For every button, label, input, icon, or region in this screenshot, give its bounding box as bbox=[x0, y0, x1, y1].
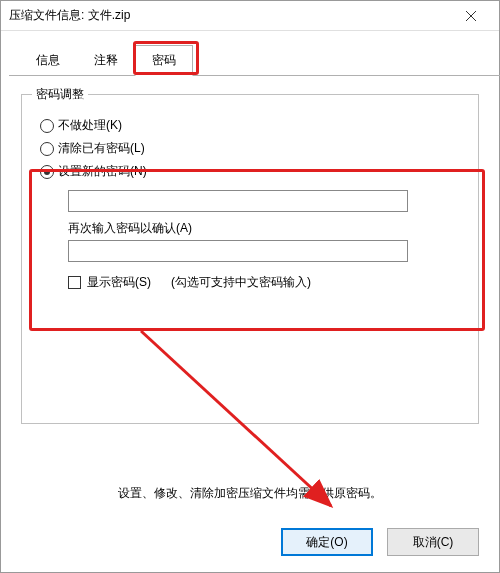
password-fields: 再次输入密码以确认(A) bbox=[68, 190, 460, 262]
show-password-label[interactable]: 显示密码(S) bbox=[87, 274, 151, 291]
tab-info[interactable]: 信息 bbox=[19, 45, 77, 76]
groupbox-title: 密码调整 bbox=[32, 86, 88, 103]
button-row: 确定(O) 取消(C) bbox=[281, 528, 479, 556]
groupbox-password-adjust: 密码调整 不做处理(K) 清除已有密码(L) 设置新的密码(N) 再次输入密码以… bbox=[21, 94, 479, 424]
radio-icon bbox=[40, 165, 54, 179]
cancel-button[interactable]: 取消(C) bbox=[387, 528, 479, 556]
checkbox-show-password[interactable] bbox=[68, 276, 81, 289]
titlebar: 压缩文件信息: 文件.zip bbox=[1, 1, 499, 31]
dialog-window: 压缩文件信息: 文件.zip 信息 注释 密码 密码调整 不做处理(K) 清除已… bbox=[0, 0, 500, 573]
ok-button[interactable]: 确定(O) bbox=[281, 528, 373, 556]
password-input[interactable] bbox=[68, 190, 408, 212]
confirm-label: 再次输入密码以确认(A) bbox=[68, 220, 460, 237]
tab-password[interactable]: 密码 bbox=[135, 45, 193, 76]
radio-none[interactable]: 不做处理(K) bbox=[40, 117, 460, 134]
radio-icon bbox=[40, 119, 54, 133]
tab-comment[interactable]: 注释 bbox=[77, 45, 135, 76]
content-area: 密码调整 不做处理(K) 清除已有密码(L) 设置新的密码(N) 再次输入密码以… bbox=[1, 76, 499, 436]
radio-none-label: 不做处理(K) bbox=[58, 117, 122, 134]
close-icon bbox=[466, 11, 476, 21]
window-title: 压缩文件信息: 文件.zip bbox=[9, 7, 451, 24]
show-password-hint: (勾选可支持中文密码输入) bbox=[171, 274, 311, 291]
tab-underline bbox=[9, 75, 500, 76]
radio-set[interactable]: 设置新的密码(N) bbox=[40, 163, 460, 180]
radio-clear-label: 清除已有密码(L) bbox=[58, 140, 145, 157]
radio-set-label: 设置新的密码(N) bbox=[58, 163, 147, 180]
radio-clear[interactable]: 清除已有密码(L) bbox=[40, 140, 460, 157]
radio-icon bbox=[40, 142, 54, 156]
bottom-note: 设置、修改、清除加密压缩文件均需提供原密码。 bbox=[1, 485, 499, 502]
show-password-row: 显示密码(S) (勾选可支持中文密码输入) bbox=[68, 274, 460, 291]
close-button[interactable] bbox=[451, 2, 491, 30]
confirm-password-input[interactable] bbox=[68, 240, 408, 262]
tabs: 信息 注释 密码 bbox=[19, 45, 499, 76]
